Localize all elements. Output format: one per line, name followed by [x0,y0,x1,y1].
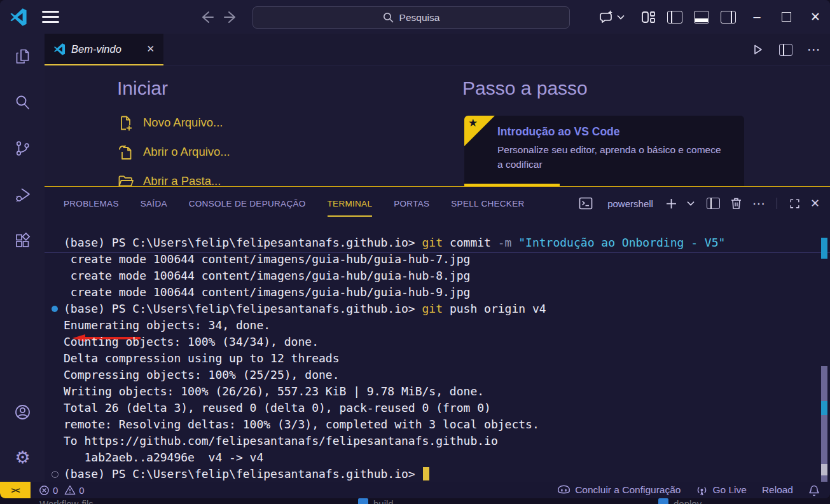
finish-setup-status-item[interactable]: Concluir a Configuração [557,484,681,496]
settings-gear-icon[interactable]: ⚙ [14,449,31,467]
title-bar: Pesquisa [0,0,830,34]
tab-close-icon[interactable]: ✕ [146,43,155,55]
command-marker-circle [52,471,59,478]
open-folder-link[interactable]: Abrir a Pasta... [117,167,230,186]
error-count: 0 [53,485,58,496]
maximize-button[interactable] [771,0,801,34]
terminal-icon [578,196,593,211]
maximize-panel-icon[interactable] [789,198,801,210]
panel-tab-bar: PROBLEMAS SAÍDA CONSOLE DE DEPURAÇÃO TER… [64,187,525,220]
vscode-file-icon [53,43,66,55]
minimize-button[interactable]: – [742,0,771,34]
terminal-line: create mode 100644 content/imagens/guia-… [64,268,815,284]
walkthrough-title: Introdução ao VS Code [497,125,620,139]
shell-label[interactable]: powershell [607,198,653,209]
kill-terminal-icon[interactable] [730,196,743,210]
panel-tab-console-de-depuracao[interactable]: CONSOLE DE DEPURAÇÃO [189,187,306,220]
terminal-output[interactable]: (base) PS C:\Users\felip\felipesantanafs… [64,235,815,482]
extensions-icon[interactable] [14,233,31,250]
split-editor-icon[interactable] [779,44,792,56]
run-and-debug-icon[interactable] [14,186,31,203]
arrow-back-icon[interactable] [198,9,214,25]
scrollbar-command-marker [821,238,827,259]
background-text-fragment: Workflow-fils [39,498,93,504]
account-icon[interactable] [14,404,31,421]
open-file-label: Abrir o Arquivo... [143,145,230,159]
panel: PROBLEMAS SAÍDA CONSOLE DE DEPURAÇÃO TER… [45,186,830,482]
background-text-fragment: build [358,498,394,504]
star-icon: ★ [468,116,478,130]
bell-icon [808,484,820,496]
search-icon [383,12,394,23]
vscode-logo-icon [10,8,27,26]
remote-indicator[interactable]: >< [0,482,31,498]
toggle-primary-sidebar-icon[interactable] [667,11,682,24]
explorer-icon[interactable] [14,48,31,65]
split-terminal-icon[interactable] [707,198,720,209]
background-logo-fragment [658,498,668,504]
scrollbar-marker [821,464,827,475]
editor-tab-bar: Bem-vindo ✕ ⋯ [45,34,830,65]
panel-tab-terminal[interactable]: TERMINAL [328,187,373,220]
command-success-dot [52,306,58,312]
terminal-line: 1ab2aeb..a29496e v4 -> v4 [64,449,815,466]
panel-tab-spell-checker[interactable]: SPELL CHECKER [451,187,524,220]
scrollbar-command-marker [821,401,827,415]
close-panel-icon[interactable]: ✕ [810,196,820,210]
terminal-line: create mode 100644 content/imagens/guia-… [64,251,815,268]
panel-tab-problemas[interactable]: PROBLEMAS [64,187,119,220]
notifications-status-item[interactable] [808,484,820,496]
problems-status[interactable]: 0 0 [39,485,85,496]
new-file-label: Novo Arquivo... [143,116,223,130]
run-icon[interactable] [750,43,764,57]
background-logo-fragment [358,498,368,504]
more-actions-icon[interactable]: ⋯ [807,42,821,57]
open-folder-icon [117,173,134,187]
terminal-line: Total 26 (delta 3), reused 0 (delta 0), … [64,400,815,416]
activity-bar: ⚙ [0,34,45,482]
chevron-down-icon[interactable] [617,15,625,20]
terminal-line: Delta compression using up to 12 threads [64,350,815,367]
launch-profile-chevron-icon[interactable] [687,201,695,206]
more-actions-icon[interactable]: ⋯ [752,196,765,211]
new-file-icon [117,114,134,132]
reload-status-item[interactable]: Reload [762,484,793,496]
customize-layout-icon[interactable] [641,10,656,24]
close-button[interactable]: ✕ [801,0,830,34]
toggle-panel-icon[interactable] [694,11,709,24]
toggle-secondary-sidebar-icon[interactable] [721,11,736,24]
search-placeholder: Pesquisa [399,12,440,24]
vscode-window: Workflow-fils build deploy Pesquisa [0,0,830,504]
tab-label: Bem-vindo [71,43,121,55]
reload-label: Reload [762,484,793,496]
open-file-icon [117,144,134,161]
terminal-line: (base) PS C:\Users\felip\felipesantanafs… [64,466,815,482]
error-icon [39,485,50,496]
welcome-page: Iniciar Novo Arquivo... [45,66,830,186]
terminal-line: (base) PS C:\Users\felip\felipesantanafs… [64,235,815,251]
walkthrough-card[interactable]: ★ Introdução ao VS Code Personalize seu … [464,116,744,186]
arrow-forward-icon[interactable] [223,9,240,25]
start-heading: Iniciar [117,78,230,99]
new-terminal-icon[interactable] [665,198,677,210]
menu-icon[interactable] [42,11,59,23]
panel-tab-portas[interactable]: PORTAS [394,187,429,220]
terminal-line: create mode 100644 content/imagens/guia-… [64,284,815,301]
terminal-line: remote: Resolving deltas: 100% (3/3), co… [64,416,815,433]
panel-tab-saida[interactable]: SAÍDA [141,187,167,220]
new-file-link[interactable]: Novo Arquivo... [117,108,230,137]
tab-bem-vindo[interactable]: Bem-vindo ✕ [45,34,163,65]
warning-count: 0 [79,485,84,496]
go-live-status-item[interactable]: Go Live [696,484,746,496]
copilot-face-icon [557,484,571,496]
terminal-line: Enumerating objects: 34, done. [64,317,815,334]
open-file-link[interactable]: Abrir o Arquivo... [117,137,230,167]
terminal-line: To https://github.com/felipesantanafs/fe… [64,433,815,449]
copilot-icon[interactable] [598,9,614,25]
search-icon[interactable] [14,94,31,111]
walkthrough-description: Personalize seu editor, aprenda o básico… [497,142,726,172]
search-input[interactable]: Pesquisa [252,6,570,29]
go-live-label: Go Live [712,484,746,496]
divider [777,198,777,209]
source-control-icon[interactable] [14,140,31,157]
